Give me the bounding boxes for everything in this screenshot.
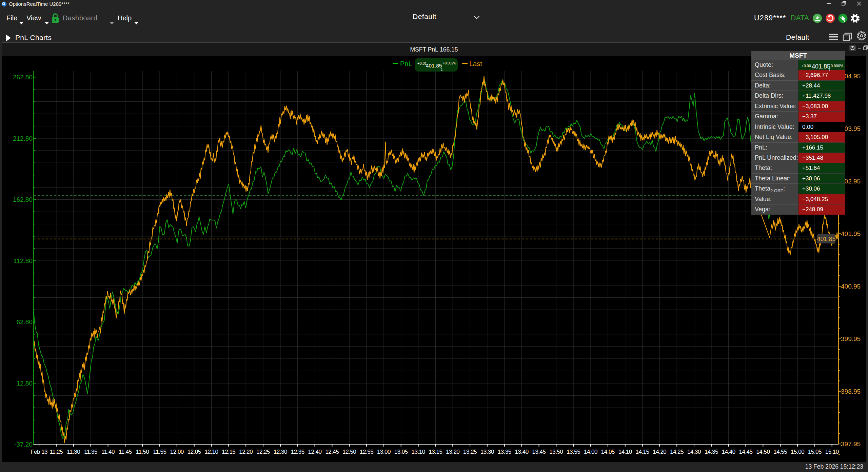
svg-text:12.80: 12.80 (16, 380, 33, 387)
svg-text:399.95: 399.95 (841, 335, 861, 342)
svg-text:Feb 13: Feb 13 (31, 449, 47, 455)
svg-text:14:10: 14:10 (618, 449, 632, 455)
svg-text:11:30: 11:30 (67, 449, 80, 455)
svg-text:-37.20: -37.20 (14, 441, 33, 448)
svg-text:12:45: 12:45 (325, 449, 339, 455)
svg-text:15:05: 15:05 (808, 449, 822, 455)
svg-text:12:40: 12:40 (308, 449, 321, 455)
svg-text:14:00: 14:00 (584, 449, 597, 455)
svg-text:11:45: 11:45 (119, 449, 132, 455)
svg-text:13:25: 13:25 (463, 449, 477, 455)
svg-text:14:35: 14:35 (705, 449, 718, 455)
svg-text:11:35: 11:35 (84, 449, 97, 455)
svg-text:13:20: 13:20 (446, 449, 459, 455)
svg-text:398.95: 398.95 (841, 388, 861, 395)
svg-text:14:20: 14:20 (653, 449, 666, 455)
svg-text:14:30: 14:30 (687, 449, 701, 455)
svg-text:14:05: 14:05 (601, 449, 615, 455)
svg-text:11:25: 11:25 (50, 449, 63, 455)
svg-text:13:30: 13:30 (480, 449, 494, 455)
svg-text:162.80: 162.80 (13, 196, 33, 203)
svg-text:12:55: 12:55 (360, 449, 373, 455)
svg-text:12:20: 12:20 (239, 449, 253, 455)
svg-text:401.85: 401.85 (817, 236, 835, 242)
svg-text:12:30: 12:30 (274, 449, 287, 455)
svg-text:13:35: 13:35 (498, 449, 511, 455)
svg-text:13:15: 13:15 (429, 449, 442, 455)
svg-text:401.95: 401.95 (841, 230, 861, 237)
svg-text:62.80: 62.80 (16, 318, 33, 326)
svg-text:13:50: 13:50 (549, 449, 563, 455)
svg-text:11:40: 11:40 (101, 449, 115, 455)
svg-text:212.80: 212.80 (13, 135, 33, 142)
svg-text:397.95: 397.95 (841, 440, 861, 448)
svg-text:13:00: 13:00 (377, 449, 391, 455)
svg-text:11:55: 11:55 (153, 449, 166, 455)
svg-text:14:45: 14:45 (739, 449, 752, 455)
svg-text:12:05: 12:05 (188, 449, 201, 455)
svg-text:12:15: 12:15 (222, 449, 235, 455)
svg-text:11:50: 11:50 (136, 449, 149, 455)
svg-text:15:10: 15:10 (825, 449, 839, 455)
svg-text:400.95: 400.95 (841, 283, 861, 290)
svg-text:15:00: 15:00 (791, 449, 804, 455)
svg-text:14:25: 14:25 (670, 449, 684, 455)
svg-text:12:35: 12:35 (291, 449, 304, 455)
svg-text:13:40: 13:40 (515, 449, 529, 455)
svg-text:12:25: 12:25 (256, 449, 270, 455)
svg-text:13:55: 13:55 (567, 449, 580, 455)
svg-text:14:15: 14:15 (635, 449, 649, 455)
svg-text:12:50: 12:50 (342, 449, 356, 455)
svg-text:13:10: 13:10 (412, 449, 425, 455)
svg-text:14:55: 14:55 (773, 449, 787, 455)
svg-text:12:00: 12:00 (170, 449, 184, 455)
svg-text:112.80: 112.80 (13, 257, 33, 264)
svg-text:14:50: 14:50 (756, 449, 770, 455)
svg-text:12:10: 12:10 (204, 449, 218, 455)
svg-text:262.80: 262.80 (13, 74, 33, 81)
svg-text:13:45: 13:45 (532, 449, 546, 455)
svg-text:13:05: 13:05 (394, 449, 408, 455)
svg-text:14:40: 14:40 (722, 449, 735, 455)
